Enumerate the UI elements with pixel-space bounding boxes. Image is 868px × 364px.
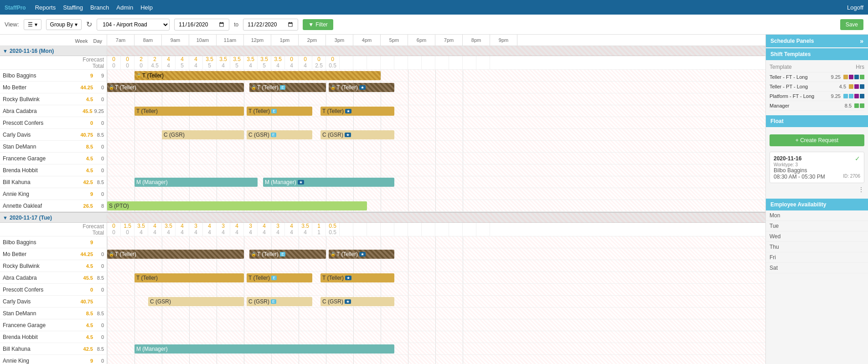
star-btn[interactable]: ★: [359, 85, 366, 90]
nav-reports[interactable]: Reports: [35, 4, 56, 11]
create-request-button[interactable]: + Create Request: [770, 134, 864, 146]
collapse-panel-icon[interactable]: »: [860, 37, 863, 45]
shift-bar[interactable]: T (Teller)★: [320, 273, 394, 282]
shift-bar[interactable]: T (Teller)★: [320, 107, 394, 116]
edit-btn[interactable]: E: [271, 109, 277, 113]
edit-btn[interactable]: E: [271, 133, 276, 137]
emp-name: Prescott Confers: [3, 287, 75, 293]
emp-row[interactable]: Rocky Bullwink4.50: [0, 260, 765, 272]
shift-bar[interactable]: C (GSR)★: [320, 297, 394, 306]
grid-line: [217, 260, 217, 272]
shift-bar[interactable]: C (GSR)E: [247, 297, 312, 306]
star-btn[interactable]: ★: [345, 276, 351, 280]
emp-row[interactable]: Bill Kahuna42.58.5M (Manager): [0, 343, 765, 355]
emp-row[interactable]: Brenda Hobbit4.50: [0, 331, 765, 343]
shift-bar[interactable]: C (GSR): [148, 297, 244, 306]
view-toggle-button[interactable]: ☰ ▾: [24, 19, 41, 30]
template-row[interactable]: Manager8.5: [770, 101, 864, 111]
emp-row[interactable]: Mo Better44.250🔒T (Teller)🔒T (Teller)E🔒T…: [0, 82, 765, 93]
emp-row[interactable]: Stan DeMann8.58.5: [0, 308, 765, 319]
grid-line: [217, 93, 217, 105]
shift-bar[interactable]: T (Teller): [134, 273, 244, 282]
shift-bar[interactable]: 🔒T (Teller): [107, 83, 244, 92]
emp-row[interactable]: Brenda Hobbit4.50: [0, 164, 765, 176]
shift-bar[interactable]: C (GSR)E: [247, 130, 312, 139]
emp-row[interactable]: Prescott Confers00: [0, 117, 765, 129]
shift-bar[interactable]: T (Teller)E: [247, 107, 312, 116]
date-from-input[interactable]: [174, 19, 229, 31]
emp-row[interactable]: Annie King90: [0, 355, 765, 364]
edit-btn[interactable]: E: [280, 252, 285, 256]
schedule-area[interactable]: Week Day 7am8am9am10am11am12pm1pm2pm3pm4…: [0, 35, 765, 364]
shift-bar[interactable]: 🔒T (Teller): [107, 250, 244, 259]
grid-line: [408, 260, 408, 272]
shift-bar[interactable]: 🔒T (Teller)★: [329, 250, 394, 259]
star-btn[interactable]: ★: [345, 299, 351, 304]
shift-bar[interactable]: S (PTO): [107, 201, 367, 210]
shift-bar[interactable]: T (Teller)E: [247, 273, 312, 282]
emp-row[interactable]: Bilbo Baggins9: [0, 236, 765, 248]
emp-timeline: [107, 93, 765, 105]
emp-row[interactable]: Abra Cadabra45.58.5T (Teller)T (Teller)E…: [0, 272, 765, 284]
template-row[interactable]: Platform - FT - Long9.25: [770, 92, 864, 101]
day-header-row-0[interactable]: ▼ 2020-11-16 (Mon): [0, 46, 765, 56]
filter-button[interactable]: ▼ Filter: [303, 19, 333, 30]
shift-bar[interactable]: M (Manager): [134, 178, 258, 187]
shift-bar[interactable]: 🔒T (Teller): [134, 71, 381, 80]
emp-timeline: T (Teller)T (Teller)ET (Teller)★: [107, 272, 765, 283]
emp-row[interactable]: Francene Garage4.50: [0, 153, 765, 164]
day-tab[interactable]: Day: [90, 37, 105, 45]
star-btn[interactable]: ★: [345, 133, 351, 137]
save-button[interactable]: Save: [840, 19, 863, 30]
edit-btn[interactable]: E: [280, 85, 285, 90]
emp-hours: 4.5: [77, 97, 93, 102]
nav-branch[interactable]: Branch: [90, 4, 109, 11]
shift-bar[interactable]: C (GSR): [162, 130, 244, 139]
grid-line: [134, 308, 135, 319]
collapse-arrow-1[interactable]: ▼: [3, 215, 8, 220]
emp-row[interactable]: Carly Davis40.758.5C (GSR)C (GSR)EC (GSR…: [0, 129, 765, 141]
shift-bar[interactable]: 🔒T (Teller)E: [249, 250, 326, 259]
emp-row[interactable]: Stan DeMann8.50: [0, 141, 765, 153]
star-btn[interactable]: ★: [345, 109, 351, 113]
shift-bar[interactable]: 🔒T (Teller)★: [329, 83, 394, 92]
date-to-input[interactable]: [243, 19, 298, 31]
emp-row[interactable]: Annie King90: [0, 188, 765, 200]
template-row[interactable]: Teller - FT - Long9.25: [770, 72, 864, 82]
emp-row[interactable]: Prescott Confers00: [0, 284, 765, 296]
grid-line: [381, 355, 381, 364]
collapse-arrow-0[interactable]: ▼: [3, 48, 8, 54]
star-btn[interactable]: ★: [298, 180, 304, 185]
nav-admin[interactable]: Admin: [116, 4, 133, 11]
location-select[interactable]: 104 - Airport Road: [97, 19, 170, 31]
template-color-swatch: [854, 103, 859, 108]
week-tab[interactable]: Week: [72, 37, 91, 45]
shift-bar[interactable]: M (Manager)★: [263, 178, 394, 187]
refresh-button[interactable]: ↻: [86, 20, 92, 29]
shift-bar[interactable]: T (Teller): [134, 107, 244, 116]
day-header-row-1[interactable]: ▼ 2020-11-17 (Tue): [0, 213, 765, 223]
emp-row[interactable]: Mo Better44.250🔒T (Teller)🔒T (Teller)E🔒T…: [0, 248, 765, 260]
edit-btn[interactable]: E: [271, 276, 277, 280]
shift-bar[interactable]: M (Manager): [134, 344, 394, 354]
emp-row[interactable]: Abra Cadabra45.59.25T (Teller)T (Teller)…: [0, 105, 765, 117]
shift-bar[interactable]: C (GSR)★: [320, 130, 394, 139]
grid-line: [299, 355, 299, 364]
emp-row[interactable]: Bilbo Baggins99🔒T (Teller): [0, 70, 765, 82]
group-by-button[interactable]: Group By ▾: [46, 19, 82, 30]
nav-staffing[interactable]: Staffing: [63, 4, 83, 11]
shift-bar[interactable]: 🔒T (Teller)E: [249, 83, 326, 92]
emp-row[interactable]: Francene Garage4.50: [0, 319, 765, 331]
nav-help[interactable]: Help: [140, 4, 153, 11]
emp-row[interactable]: Rocky Bullwink4.50: [0, 93, 765, 105]
edit-btn[interactable]: E: [271, 299, 276, 304]
grid-line: [463, 105, 463, 117]
emp-row[interactable]: Bill Kahuna42.58.5M (Manager)M (Manager)…: [0, 176, 765, 188]
logoff-button[interactable]: Logoff: [847, 4, 863, 11]
three-dots[interactable]: ⋮: [770, 185, 864, 194]
emp-row[interactable]: Carly Davis40.75C (GSR)C (GSR)EC (GSR)★: [0, 296, 765, 308]
star-btn[interactable]: ★: [359, 252, 366, 256]
template-row[interactable]: Teller - PT - Long4.5: [770, 82, 864, 92]
grid-line: [381, 164, 381, 176]
emp-row[interactable]: Annette Oakleaf26.58S (PTO): [0, 200, 765, 212]
